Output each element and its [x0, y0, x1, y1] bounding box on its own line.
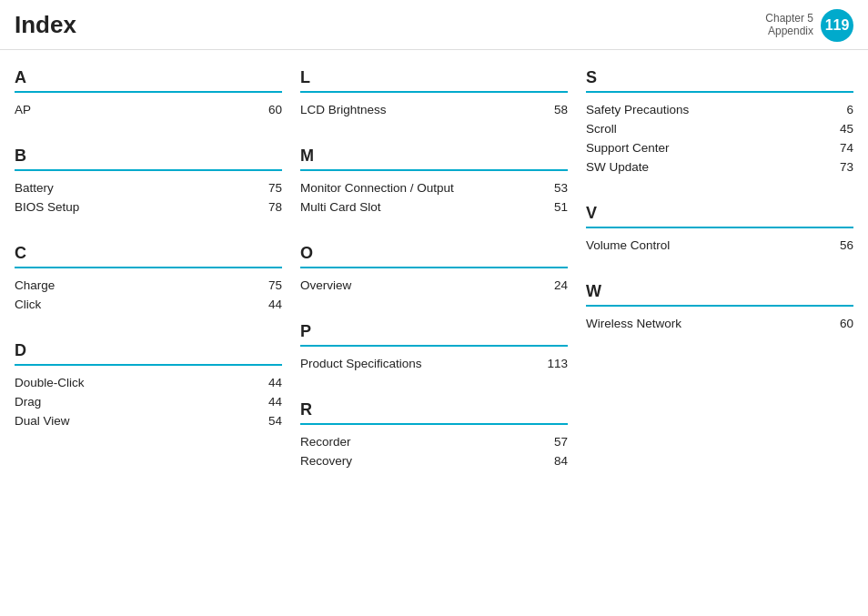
section-letter-B: B [15, 146, 282, 171]
index-entry-label: SW Update [586, 160, 649, 174]
index-entry-label: Drag [15, 395, 41, 409]
chapter-badge: Chapter 5 Appendix [765, 12, 813, 37]
index-entry-label: Battery [15, 181, 54, 195]
index-entry-page: 44 [255, 298, 282, 311]
index-row: Recorder57 [300, 432, 568, 451]
index-entry-page: 75 [255, 278, 282, 292]
section-letter-V: V [586, 204, 853, 228]
index-entry-page: 53 [540, 181, 568, 195]
index-entry-page: 74 [826, 141, 853, 155]
section-letter-M: M [300, 146, 568, 171]
index-entry-label: Scroll [586, 122, 617, 136]
index-row: Wireless Network60 [586, 314, 853, 333]
index-row: Safety Precautions6 [586, 100, 853, 119]
section-letter-A: A [15, 68, 282, 93]
index-entry-label: Dual View [15, 414, 70, 428]
section-letter-D: D [15, 341, 282, 366]
chapter-info: Chapter 5 Appendix 119 [765, 7, 853, 42]
index-entry-label: LCD Brightness [300, 103, 387, 116]
section-letter-O: O [300, 244, 568, 268]
index-entry-page: 73 [826, 160, 853, 174]
index-entry-page: 45 [826, 122, 853, 136]
index-row: Recovery84 [300, 451, 568, 470]
index-row: Drag44 [15, 392, 282, 411]
index-column-1: AAP60BBattery75BIOS Setup78CCharge75Clic… [15, 68, 300, 470]
index-column-3: SSafety Precautions6Scroll45Support Cent… [586, 68, 853, 470]
index-entry-label: AP [15, 103, 31, 116]
index-entry-page: 84 [540, 454, 568, 468]
index-entry-page: 113 [540, 357, 568, 370]
index-row: Monitor Connection / Output53 [300, 178, 568, 197]
index-entry-page: 60 [255, 103, 282, 116]
index-row: Overview24 [300, 276, 568, 295]
index-entry-label: Recorder [300, 435, 351, 449]
index-row: AP60 [15, 100, 282, 119]
index-entry-label: Wireless Network [586, 317, 681, 330]
index-row: Battery75 [15, 178, 282, 197]
index-entry-page: 78 [255, 200, 282, 214]
section-letter-W: W [586, 282, 853, 307]
index-column-2: LLCD Brightness58MMonitor Connection / O… [300, 68, 586, 470]
page-number-badge: 119 [821, 9, 853, 42]
section-letter-L: L [300, 68, 568, 93]
index-entry-page: 44 [255, 376, 282, 389]
index-entry-label: Click [15, 298, 41, 311]
page-title: Index [15, 11, 76, 39]
section-letter-P: P [300, 322, 568, 347]
index-content: AAP60BBattery75BIOS Setup78CCharge75Clic… [0, 50, 868, 489]
index-entry-label: Volume Control [586, 238, 670, 252]
index-row: Double-Click44 [15, 373, 282, 392]
index-entry-label: BIOS Setup [15, 200, 79, 214]
page-header: Index Chapter 5 Appendix 119 [0, 0, 868, 50]
index-entry-page: 60 [826, 317, 853, 330]
index-entry-label: Charge [15, 278, 55, 292]
index-entry-page: 24 [540, 278, 568, 292]
index-row: Charge75 [15, 276, 282, 295]
index-row: Dual View54 [15, 411, 282, 430]
index-entry-label: Multi Card Slot [300, 200, 381, 214]
index-row: Volume Control56 [586, 236, 853, 255]
index-entry-page: 58 [540, 103, 568, 116]
index-entry-page: 51 [540, 200, 568, 214]
chapter-label: Chapter 5 Appendix [765, 12, 813, 37]
index-entry-page: 54 [255, 414, 282, 428]
index-entry-label: Monitor Connection / Output [300, 181, 454, 195]
index-entry-label: Safety Precautions [586, 103, 689, 116]
index-row: Support Center74 [586, 138, 853, 157]
index-entry-page: 57 [540, 435, 568, 449]
section-letter-R: R [300, 400, 568, 425]
section-letter-C: C [15, 244, 282, 268]
index-row: Product Specifications113 [300, 354, 568, 373]
index-row: Click44 [15, 295, 282, 314]
index-row: Multi Card Slot51 [300, 197, 568, 217]
index-row: SW Update73 [586, 157, 853, 177]
index-entry-label: Support Center [586, 141, 670, 155]
index-entry-page: 44 [255, 395, 282, 409]
index-entry-page: 6 [826, 103, 853, 116]
index-row: LCD Brightness58 [300, 100, 568, 119]
index-entry-label: Product Specifications [300, 357, 422, 370]
section-letter-S: S [586, 68, 853, 93]
index-entry-label: Overview [300, 278, 351, 292]
index-row: BIOS Setup78 [15, 197, 282, 217]
index-row: Scroll45 [586, 119, 853, 138]
index-entry-label: Double-Click [15, 376, 85, 389]
index-entry-page: 56 [826, 238, 853, 252]
index-entry-page: 75 [255, 181, 282, 195]
index-entry-label: Recovery [300, 454, 352, 468]
